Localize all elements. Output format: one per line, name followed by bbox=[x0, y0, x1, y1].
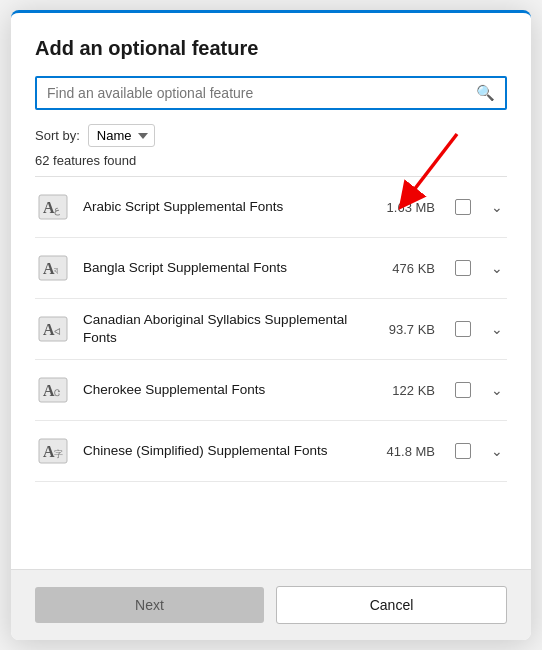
add-optional-feature-dialog: Add an optional feature 🔍 bbox=[11, 10, 531, 640]
svg-text:ᐊ: ᐊ bbox=[54, 327, 61, 337]
font-icon-3: A Ꮳ bbox=[35, 372, 71, 408]
feature-checkbox-3[interactable] bbox=[455, 382, 471, 398]
feature-size-1: 476 KB bbox=[383, 261, 435, 276]
font-icon-1: A ব bbox=[35, 250, 71, 286]
dialog-inner: 🔍 Sort by: Name Size 62 features found A bbox=[35, 76, 507, 569]
search-input[interactable] bbox=[47, 85, 476, 101]
features-found-count: 62 features found bbox=[35, 153, 507, 168]
feature-size-3: 122 KB bbox=[383, 383, 435, 398]
font-icon-0: A ع bbox=[35, 189, 71, 225]
feature-item-2: A ᐊ Canadian Aboriginal Syllabics Supple… bbox=[35, 299, 507, 360]
feature-item-4: A 字 Chinese (Simplified) Supplemental Fo… bbox=[35, 421, 507, 482]
feature-checkbox-0[interactable] bbox=[455, 199, 471, 215]
svg-text:Ꮳ: Ꮳ bbox=[54, 388, 60, 398]
font-icon-4: A 字 bbox=[35, 433, 71, 469]
sort-select[interactable]: Name Size bbox=[88, 124, 155, 147]
feature-checkbox-1[interactable] bbox=[455, 260, 471, 276]
feature-chevron-3[interactable]: ⌄ bbox=[487, 380, 507, 400]
feature-item-3: A Ꮳ Cherokee Supplemental Fonts 122 KB ⌄ bbox=[35, 360, 507, 421]
features-list: A ع Arabic Script Supplemental Fonts 1.6… bbox=[35, 176, 507, 569]
feature-name-2: Canadian Aboriginal Syllabics Supplement… bbox=[83, 311, 371, 346]
feature-checkbox-2[interactable] bbox=[455, 321, 471, 337]
sort-by-label: Sort by: bbox=[35, 128, 80, 143]
svg-text:字: 字 bbox=[54, 449, 63, 459]
next-button[interactable]: Next bbox=[35, 587, 264, 623]
feature-chevron-2[interactable]: ⌄ bbox=[487, 319, 507, 339]
search-box[interactable]: 🔍 bbox=[35, 76, 507, 110]
feature-chevron-1[interactable]: ⌄ bbox=[487, 258, 507, 278]
feature-name-4: Chinese (Simplified) Supplemental Fonts bbox=[83, 442, 371, 460]
feature-size-4: 41.8 MB bbox=[383, 444, 435, 459]
dialog-footer: Next Cancel bbox=[11, 569, 531, 640]
feature-size-2: 93.7 KB bbox=[383, 322, 435, 337]
feature-chevron-0[interactable]: ⌄ bbox=[487, 197, 507, 217]
feature-name-3: Cherokee Supplemental Fonts bbox=[83, 381, 371, 399]
dialog-title: Add an optional feature bbox=[35, 37, 507, 60]
feature-name-1: Bangla Script Supplemental Fonts bbox=[83, 259, 371, 277]
feature-name-0: Arabic Script Supplemental Fonts bbox=[83, 198, 371, 216]
feature-item-1: A ব Bangla Script Supplemental Fonts 476… bbox=[35, 238, 507, 299]
dialog-content: Add an optional feature 🔍 bbox=[11, 13, 531, 569]
font-icon-2: A ᐊ bbox=[35, 311, 71, 347]
svg-text:ع: ع bbox=[54, 204, 60, 216]
cancel-button[interactable]: Cancel bbox=[276, 586, 507, 624]
feature-size-0: 1.63 MB bbox=[383, 200, 435, 215]
search-icon: 🔍 bbox=[476, 84, 495, 102]
feature-chevron-4[interactable]: ⌄ bbox=[487, 441, 507, 461]
sort-row: Sort by: Name Size bbox=[35, 124, 507, 147]
feature-checkbox-4[interactable] bbox=[455, 443, 471, 459]
svg-text:ব: ব bbox=[54, 265, 58, 276]
feature-item-0: A ع Arabic Script Supplemental Fonts 1.6… bbox=[35, 177, 507, 238]
